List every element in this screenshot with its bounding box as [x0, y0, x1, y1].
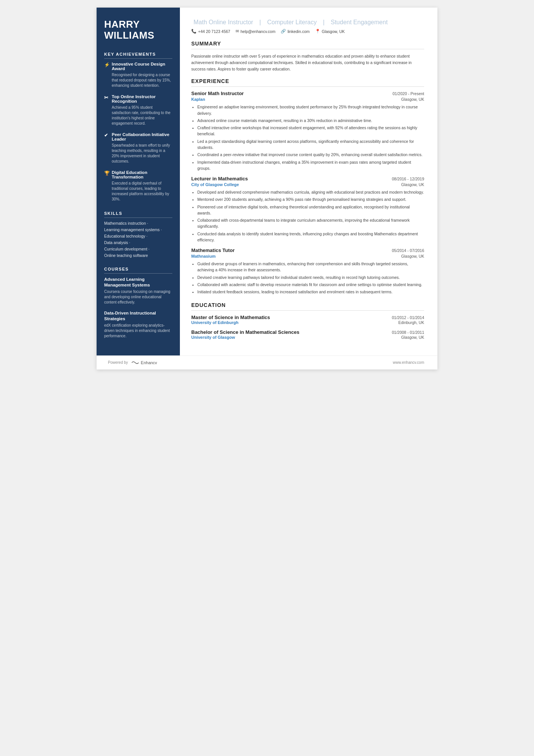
achievement-desc: Recognised for designing a course that r… [104, 72, 172, 88]
enhancv-logo: Enhancv [131, 360, 157, 365]
edu-dates: 01/2008 - 01/2011 [392, 330, 424, 335]
exp-bullets: Engineered an adaptive learning environm… [191, 104, 424, 171]
summary-divider [191, 49, 424, 49]
achievements-list: ⚡ Innovative Course Design Award Recogni… [104, 62, 172, 202]
achievement-title: ⚡ Innovative Course Design Award [104, 62, 172, 71]
check-icon: ✔ [104, 133, 109, 138]
skill-item: Online teaching software [104, 253, 172, 258]
experience-divider [191, 86, 424, 87]
exp-org: City of Glasgow College [191, 182, 239, 187]
trophy-icon: 🏆 [104, 171, 109, 176]
summary-text: Passionate online instructor with over 5… [191, 53, 424, 72]
course-item: Advanced Learning Management Systems Cou… [104, 277, 172, 305]
edu-degree: Bachelor of Science in Mathematical Scie… [191, 329, 299, 335]
exp-org-row: City of Glasgow College Glasgow, UK [191, 182, 424, 187]
experience-item-2: Lecturer in Mathematics 08/2016 - 12/201… [191, 176, 424, 243]
exp-title: Senior Math Instructor [191, 91, 244, 96]
edu-header: Master of Science in Mathematics 01/2012… [191, 315, 424, 320]
education-item-1: Master of Science in Mathematics 01/2012… [191, 315, 424, 325]
exp-dates: 05/2014 - 07/2016 [392, 248, 424, 253]
bolt-icon: ⚡ [104, 62, 109, 67]
summary-title: SUMMARY [191, 41, 424, 47]
skill-item: Mathematics instruction · [104, 221, 172, 225]
link-icon: 🔗 [281, 29, 286, 34]
first-name: HARRY [104, 19, 140, 30]
scissors-icon: ✂ [104, 95, 109, 100]
course-title: Data-Driven Instructional Strategies [104, 310, 172, 322]
skill-item: Educational technology · [104, 234, 172, 238]
logo-icon [131, 360, 139, 365]
edu-org: University of Glasgow [191, 335, 235, 340]
exp-org-row: Kaplan Glasgow, UK [191, 97, 424, 102]
role-1: Math Online Instructor [194, 19, 253, 25]
course-desc: Coursera course focusing on managing and… [104, 289, 172, 305]
edu-org: University of Edinburgh [191, 320, 239, 325]
edu-org-row: University of Glasgow Glasgow, UK [191, 335, 424, 340]
edu-degree: Master of Science in Mathematics [191, 315, 270, 320]
brand-name: Enhancv [141, 360, 157, 365]
experience-item-1: Senior Math Instructor 01/2020 - Present… [191, 91, 424, 171]
phone-icon: 📞 [191, 29, 197, 34]
achievement-desc: Executed a digital overhaul of tradition… [104, 181, 172, 202]
edu-org-row: University of Edinburgh Edinburgh, UK [191, 320, 424, 325]
roles-title: Math Online Instructor | Computer Litera… [191, 19, 424, 26]
footer: Powered by Enhancv www.enhancv.com [97, 355, 437, 369]
edu-header: Bachelor of Science in Mathematical Scie… [191, 329, 424, 335]
courses-section-title: COURSES [104, 267, 172, 274]
courses-list: Advanced Learning Management Systems Cou… [104, 277, 172, 339]
contact-email: ✉ help@enhancv.com [236, 29, 275, 34]
achievement-item: ✂ Top Online Instructor Recognition Achi… [104, 94, 172, 126]
skill-item: Curriculum development · [104, 247, 172, 251]
education-title: EDUCATION [191, 302, 424, 308]
edu-location: Edinburgh, UK [398, 320, 424, 325]
achievement-title: ✔ Peer Collaboration Initiative Leader [104, 132, 172, 141]
achievement-desc: Achieved a 95% student satisfaction rate… [104, 105, 172, 126]
exp-bullets: Guided diverse groups of learners in mat… [191, 261, 424, 295]
footer-website: www.enhancv.com [393, 360, 424, 365]
exp-dates: 01/2020 - Present [393, 91, 424, 96]
achievement-item: ⚡ Innovative Course Design Award Recogni… [104, 62, 172, 88]
experience-item-3: Mathematics Tutor 05/2014 - 07/2016 Math… [191, 247, 424, 295]
exp-org: Mathnasium [191, 254, 215, 258]
exp-header: Senior Math Instructor 01/2020 - Present [191, 91, 424, 96]
location-icon: 📍 [315, 29, 320, 34]
exp-header: Lecturer in Mathematics 08/2016 - 12/201… [191, 176, 424, 182]
contact-location: 📍 Glasgow, UK [315, 29, 345, 34]
candidate-name: HARRY WILLIAMS [104, 19, 172, 41]
skill-item: Data analysis · [104, 240, 172, 245]
sidebar: HARRY WILLIAMS KEY ACHIEVEMENTS ⚡ Innova… [97, 8, 180, 355]
skill-item: Learning management systems · [104, 227, 172, 232]
exp-title: Lecturer in Mathematics [191, 176, 248, 182]
achievements-section-title: KEY ACHIEVEMENTS [104, 52, 172, 59]
exp-header: Mathematics Tutor 05/2014 - 07/2016 [191, 247, 424, 253]
experience-title: EXPERIENCE [191, 78, 424, 84]
email-icon: ✉ [236, 29, 239, 34]
role-2: Computer Literacy [267, 19, 317, 25]
powered-by-text: Powered by [108, 360, 128, 365]
exp-title: Mathematics Tutor [191, 247, 235, 253]
exp-org-row: Mathnasium Glasgow, UK [191, 254, 424, 258]
exp-location: Glasgow, UK [401, 97, 424, 102]
achievement-title: ✂ Top Online Instructor Recognition [104, 94, 172, 103]
separator-1: | [259, 19, 263, 25]
exp-dates: 08/2016 - 12/2019 [392, 177, 424, 181]
main-content: Math Online Instructor | Computer Litera… [180, 8, 437, 355]
achievement-title: 🏆 Digital Education Transformation [104, 170, 172, 179]
course-item: Data-Driven Instructional Strategies edX… [104, 310, 172, 339]
education-item-2: Bachelor of Science in Mathematical Scie… [191, 329, 424, 340]
separator-2: | [323, 19, 326, 25]
course-title: Advanced Learning Management Systems [104, 277, 172, 288]
exp-bullets: Developed and delivered comprehensive ma… [191, 189, 424, 243]
footer-left: Powered by Enhancv [108, 360, 157, 365]
contact-row: 📞 +44 20 7123 4567 ✉ help@enhancv.com 🔗 … [191, 29, 424, 34]
contact-phone: 📞 +44 20 7123 4567 [191, 29, 230, 34]
role-3: Student Engagement [331, 19, 387, 25]
exp-org: Kaplan [191, 97, 205, 102]
exp-location: Glasgow, UK [401, 254, 424, 258]
skills-list: Mathematics instruction · Learning manag… [104, 221, 172, 258]
skills-section-title: SKILLS [104, 211, 172, 218]
exp-location: Glasgow, UK [401, 182, 424, 187]
achievement-item: ✔ Peer Collaboration Initiative Leader S… [104, 132, 172, 164]
last-name: WILLIAMS [104, 30, 155, 41]
achievement-item: 🏆 Digital Education Transformation Execu… [104, 170, 172, 202]
